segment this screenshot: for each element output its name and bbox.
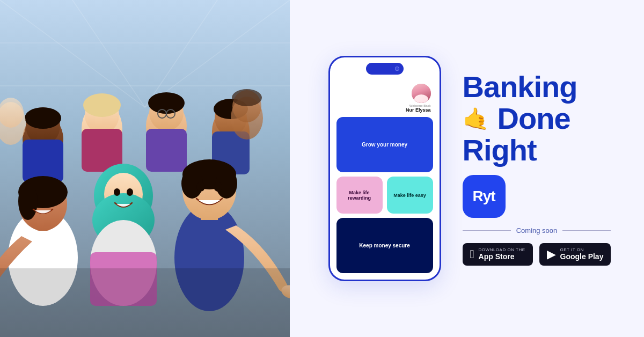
headline-right: Right — [463, 135, 537, 166]
right-panel: Welcome Back Nur Elyssa Grow your money … — [290, 0, 644, 337]
user-profile: Welcome Back Nur Elyssa — [336, 82, 433, 113]
crowd-illustration — [0, 0, 290, 337]
svg-rect-21 — [146, 129, 187, 172]
svg-point-46 — [214, 182, 222, 192]
svg-rect-53 — [0, 268, 290, 337]
avatar-image — [412, 84, 431, 103]
tile-secure[interactable]: Keep money secure — [336, 218, 433, 273]
appstore-name: App Store — [479, 252, 525, 261]
googleplay-name: Google Play — [560, 252, 604, 261]
appstore-badge[interactable]:  Download on the App Store — [463, 243, 533, 266]
coming-soon-row: Coming soon — [463, 226, 611, 235]
svg-point-9 — [25, 107, 61, 129]
photo-panel — [0, 0, 290, 337]
appstore-sub: Download on the — [479, 247, 525, 252]
logo-text: Ryt — [472, 188, 495, 205]
svg-point-30 — [18, 182, 38, 220]
tile-rewarding[interactable]: Make life rewarding — [336, 177, 383, 214]
appstore-badge-text: Download on the App Store — [479, 247, 525, 261]
google-play-icon: ▶ — [547, 247, 556, 261]
svg-point-13 — [83, 93, 121, 117]
svg-point-38 — [127, 188, 133, 196]
tile-easy[interactable]: Make life easy — [387, 177, 433, 214]
ryt-logo: Ryt — [463, 175, 506, 218]
avatar-body — [414, 94, 428, 103]
tile-grow-money[interactable]: Grow your money — [336, 117, 433, 172]
svg-point-17 — [148, 92, 185, 114]
apple-icon:  — [470, 247, 474, 261]
phone-notch — [366, 63, 404, 75]
avatar — [412, 84, 431, 103]
coming-soon-line-right — [562, 230, 611, 231]
svg-point-50 — [232, 89, 262, 106]
headline-banking: Banking — [463, 71, 577, 103]
phone-mockup: Welcome Back Nur Elyssa Grow your money … — [328, 56, 441, 281]
coming-soon-line-left — [463, 230, 511, 231]
googleplay-badge-text: GET IT ON Google Play — [560, 247, 604, 261]
svg-point-37 — [114, 188, 120, 196]
headline-row-2: 🤙 Done — [463, 103, 577, 135]
googleplay-badge[interactable]: ▶ GET IT ON Google Play — [539, 243, 611, 266]
brand-section: Banking 🤙 Done Right Ryt Coming soon  — [463, 71, 611, 265]
phone-screen: Welcome Back Nur Elyssa Grow your money … — [330, 57, 440, 280]
headline-row-1: Banking — [463, 71, 577, 103]
store-badges:  Download on the App Store ▶ GET IT ON … — [463, 243, 611, 266]
headline-row-3: Right — [463, 135, 577, 166]
phone-camera — [395, 67, 399, 71]
headline: Banking 🤙 Done Right — [463, 71, 577, 166]
headline-done: Done — [497, 103, 570, 135]
svg-point-45 — [196, 182, 205, 192]
hand-icon: 🤙 — [463, 107, 489, 130]
tiles-middle-row: Make life rewarding Make life easy — [336, 177, 433, 214]
googleplay-sub: GET IT ON — [560, 247, 604, 252]
user-name: Nur Elyssa — [406, 107, 431, 113]
coming-soon-text: Coming soon — [516, 226, 558, 235]
